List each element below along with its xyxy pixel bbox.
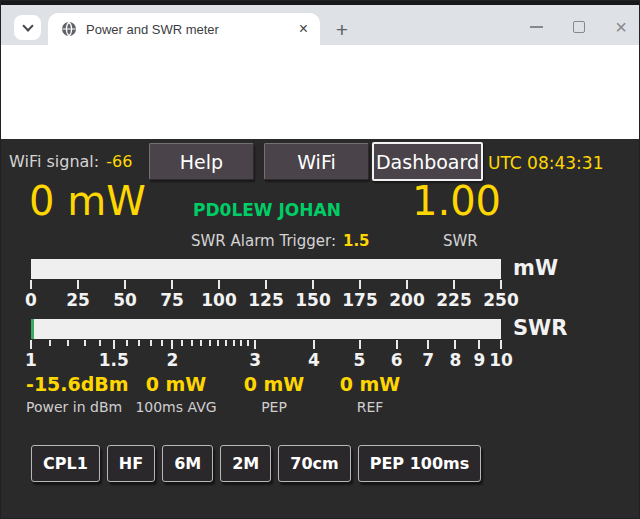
scale-label: 75 bbox=[150, 290, 194, 310]
tick-mark bbox=[217, 340, 219, 346]
tick-mark bbox=[247, 340, 249, 346]
dashboard-button[interactable]: Dashboard bbox=[372, 142, 483, 181]
scale-label: 4 bbox=[292, 350, 336, 370]
utc-clock: UTC 08:43:31 bbox=[488, 153, 603, 173]
band-button-70cm[interactable]: 70cm bbox=[278, 445, 350, 482]
scale-label: 175 bbox=[338, 290, 382, 310]
tab-strip: Power and SWR meter × + × bbox=[1, 5, 640, 45]
scale-label: 1 bbox=[9, 350, 53, 370]
power-meter-scale: 0255075100125150175200225250 bbox=[31, 290, 501, 310]
maximize-icon[interactable] bbox=[573, 21, 585, 33]
tick-mark bbox=[30, 280, 32, 289]
callsign: PD0LEW JOHAN bbox=[193, 200, 341, 220]
band-button-row: CPL1HF6M2M70cmPEP 100ms bbox=[31, 445, 481, 482]
tick-mark bbox=[500, 280, 502, 289]
swr-meter-scale: 11.52345678910 bbox=[31, 350, 501, 370]
tick-mark bbox=[406, 280, 408, 289]
tick-mark bbox=[200, 340, 202, 346]
tick-mark bbox=[233, 340, 235, 346]
power-readout: 0 mW bbox=[29, 181, 146, 221]
tick-mark bbox=[150, 340, 152, 346]
chevron-down-icon bbox=[22, 20, 33, 31]
tick-mark bbox=[240, 340, 242, 346]
scale-label: 10 bbox=[479, 350, 523, 370]
tick-mark bbox=[126, 340, 128, 346]
tick-mark bbox=[191, 340, 193, 346]
tick-mark bbox=[478, 340, 480, 349]
tick-mark bbox=[49, 340, 51, 346]
tick-mark bbox=[209, 340, 211, 346]
band-button-cpl1[interactable]: CPL1 bbox=[31, 445, 100, 482]
swr-alarm: SWR Alarm Trigger: 1.5 bbox=[191, 232, 370, 250]
tick-mark bbox=[138, 340, 140, 346]
browser-window: Power and SWR meter × + × Not secure pow… bbox=[0, 0, 640, 519]
tick-mark bbox=[396, 340, 398, 349]
scale-label: 2 bbox=[150, 350, 194, 370]
tick-mark bbox=[77, 280, 79, 289]
tick-mark bbox=[30, 340, 32, 349]
tick-mark bbox=[171, 340, 173, 349]
tick-mark bbox=[312, 280, 314, 289]
help-button[interactable]: Help bbox=[149, 143, 254, 180]
swr-caption: SWR bbox=[443, 232, 478, 250]
tick-mark bbox=[171, 280, 173, 289]
scale-label: 100 bbox=[197, 290, 241, 310]
wifi-signal: WiFi signal: -66 bbox=[9, 152, 132, 171]
scale-label: 1.5 bbox=[92, 350, 136, 370]
stat-ref: 0 mW REF bbox=[310, 373, 430, 415]
tick-mark bbox=[218, 280, 220, 289]
browser-tab[interactable]: Power and SWR meter × bbox=[48, 13, 320, 45]
scale-label: 3 bbox=[233, 350, 277, 370]
band-button-pep-100ms[interactable]: PEP 100ms bbox=[358, 445, 482, 482]
tick-mark bbox=[313, 340, 315, 349]
scale-label: 25 bbox=[56, 290, 100, 310]
powermeter-page: WiFi signal: -66 Help WiFi Dashboard UTC… bbox=[1, 139, 640, 519]
tab-search-button[interactable] bbox=[14, 15, 41, 40]
tick-mark bbox=[225, 340, 227, 346]
scale-label: 50 bbox=[103, 290, 147, 310]
stat-value: 0 mW bbox=[310, 373, 430, 395]
scale-label: 0 bbox=[9, 290, 53, 310]
bookmarks-bar: Apps Power and SWR me... bbox=[1, 96, 640, 139]
wifi-signal-value: -66 bbox=[106, 152, 132, 171]
window-close-icon[interactable]: × bbox=[615, 17, 627, 37]
swr-alarm-value: 1.5 bbox=[343, 232, 370, 250]
tick-mark bbox=[500, 340, 502, 349]
power-meter-bar bbox=[31, 259, 501, 279]
power-meter-unit: mW bbox=[513, 256, 558, 280]
tick-mark bbox=[453, 280, 455, 289]
tick-mark bbox=[181, 340, 183, 346]
tab-close-icon[interactable]: × bbox=[299, 21, 308, 37]
minimize-icon[interactable] bbox=[530, 26, 543, 28]
swr-meter-fill bbox=[31, 319, 34, 339]
band-button-6m[interactable]: 6M bbox=[162, 445, 213, 482]
stat-label: REF bbox=[310, 399, 430, 415]
tick-mark bbox=[454, 340, 456, 349]
window-controls: × bbox=[530, 9, 633, 45]
tick-mark bbox=[124, 280, 126, 289]
scale-label: 125 bbox=[244, 290, 288, 310]
swr-meter-unit: SWR bbox=[513, 316, 567, 340]
power-meter-ticks bbox=[31, 280, 501, 290]
band-button-hf[interactable]: HF bbox=[107, 445, 155, 482]
band-button-2m[interactable]: 2M bbox=[220, 445, 271, 482]
tick-mark bbox=[427, 340, 429, 349]
tick-mark bbox=[359, 340, 361, 349]
tick-mark bbox=[265, 280, 267, 289]
scale-label: 250 bbox=[479, 290, 523, 310]
tick-mark bbox=[254, 340, 256, 349]
navigation-bar: Not secure powermeter.local ★ ⋮ bbox=[1, 45, 640, 96]
stat-label: Power in dBm bbox=[26, 399, 129, 415]
stat-power-dbm: -15.6dBm Power in dBm bbox=[26, 373, 129, 415]
wifi-signal-label: WiFi signal: bbox=[9, 152, 99, 171]
swr-meter-ticks bbox=[31, 340, 501, 350]
swr-readout: 1.00 bbox=[412, 181, 501, 221]
globe-icon bbox=[61, 21, 77, 37]
tick-mark bbox=[67, 340, 69, 346]
stat-value: -15.6dBm bbox=[26, 373, 129, 395]
wifi-button[interactable]: WiFi bbox=[264, 143, 369, 180]
new-tab-button[interactable]: + bbox=[329, 17, 355, 43]
scale-label: 150 bbox=[291, 290, 335, 310]
swr-meter-bar bbox=[31, 319, 501, 339]
scale-label: 200 bbox=[385, 290, 429, 310]
